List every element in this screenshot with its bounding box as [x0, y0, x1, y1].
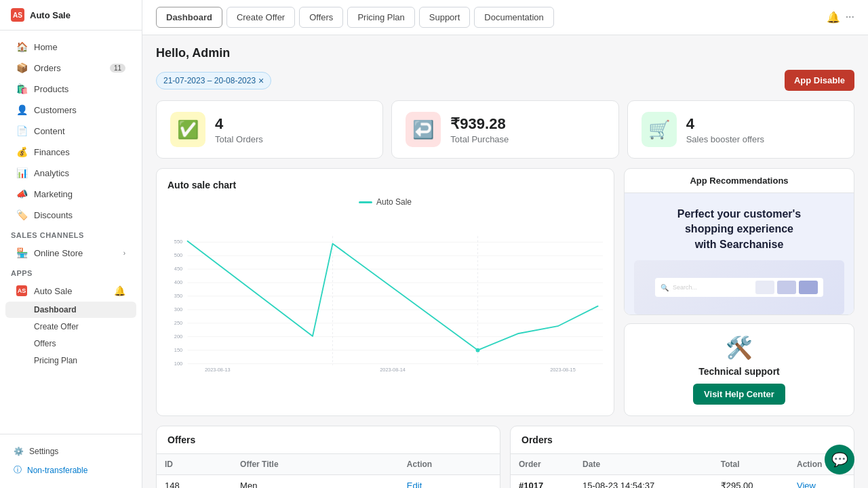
sidebar-item-home[interactable]: 🏠Home [5, 37, 136, 57]
stat-value: 4 [686, 115, 764, 133]
edit-button[interactable]: Edit [407, 481, 422, 488]
sales-channels-title: Sales channels [0, 226, 142, 242]
date-chip-close[interactable]: × [258, 75, 264, 86]
tab-documentation[interactable]: Documentation [474, 7, 553, 28]
stat-value: 4 [215, 115, 263, 133]
svg-text:2023-08-14: 2023-08-14 [380, 367, 406, 373]
nav-icon: 💰 [16, 146, 27, 157]
stat-card-1: ↩️ ₹939.28 Total Purchase [391, 100, 618, 159]
chart-card: Auto sale chart Auto Sale 550 500 450 40… [156, 168, 614, 416]
date-chip[interactable]: 21-07-2023 – 20-08-2023 × [156, 72, 271, 89]
svg-text:2023-08-15: 2023-08-15 [550, 367, 576, 373]
sidebar-item-settings[interactable]: ⚙️ Settings [8, 443, 134, 460]
store-icon: 🏪 [16, 247, 27, 258]
stat-icon: 🛒 [642, 112, 677, 147]
stat-card-2: 🛒 4 Sales booster offers [627, 100, 854, 159]
sidebar-item-analytics[interactable]: 📊Analytics [5, 163, 136, 183]
svg-text:100: 100 [174, 361, 182, 367]
page-header: Hello, Admin [156, 46, 854, 60]
offers-table-title: Offers [157, 426, 500, 454]
tab-pricing-plan[interactable]: Pricing Plan [347, 7, 414, 28]
stat-label: Sales booster offers [686, 134, 764, 144]
searchanise-image: 🔍 Search... [634, 260, 844, 314]
tech-support-title: Technical support [635, 366, 843, 377]
nav-icon: 📊 [16, 167, 27, 178]
sidebar-sub-create-offer[interactable]: Create Offer [5, 319, 136, 335]
sidebar-footer: ⚙️ Settings ⓘ Non-transferable [0, 434, 142, 488]
sidebar-item-discounts[interactable]: 🏷️Discounts [5, 205, 136, 225]
tab-create-offer[interactable]: Create Offer [226, 7, 295, 28]
bell-icon[interactable]: 🔔 [827, 11, 840, 24]
orders-table-card: Orders Order Date Total Action #1017 15-… [510, 426, 854, 488]
topbar-icons: 🔔 ··· [827, 11, 854, 24]
col-order: Order [511, 454, 574, 475]
right-column: App Recommendations Perfect your custome… [624, 168, 854, 416]
orders-table-title: Orders [511, 426, 854, 454]
more-icon[interactable]: ··· [846, 11, 854, 24]
nav-icon: 📦 [16, 62, 27, 73]
sidebar-item-orders[interactable]: 📦Orders11 [5, 58, 136, 78]
view-button[interactable]: View [797, 481, 816, 488]
stat-label: Total Purchase [450, 134, 509, 144]
sidebar-item-customers[interactable]: 👤Customers [5, 100, 136, 120]
col-offer-title: Offer Title [232, 454, 399, 475]
date-range-text: 21-07-2023 – 20-08-2023 [163, 76, 256, 85]
app-logo-text: Auto Sale [30, 10, 71, 20]
sidebar-nav: 🏠Home📦Orders11🛍️Products👤Customers📄Conte… [0, 30, 142, 434]
orders-table: Order Date Total Action #1017 15-08-23 1… [511, 454, 854, 488]
svg-text:400: 400 [174, 279, 182, 285]
tab-dashboard[interactable]: Dashboard [156, 7, 222, 28]
svg-text:500: 500 [174, 252, 182, 258]
sidebar-sub-dashboard[interactable]: Dashboard [5, 302, 136, 318]
sidebar-item-autosale[interactable]: AS Auto Sale 🔔 [5, 281, 136, 301]
tech-support-icon: 🛠️ [635, 335, 843, 361]
legend-color [359, 201, 372, 203]
sidebar-item-content[interactable]: 📄Content [5, 121, 136, 141]
sidebar-item-online-store[interactable]: 🏪 Online Store › [5, 243, 136, 263]
sidebar-item-marketing[interactable]: 📣Marketing [5, 184, 136, 204]
stat-card-0: ✅ 4 Total Orders [156, 100, 383, 159]
searchanise-heading: Perfect your customer'sshopping experien… [634, 207, 844, 252]
tech-support-card: 🛠️ Technical support Visit Help Center [624, 323, 854, 416]
order-total: ₹295.00 [713, 475, 789, 488]
settings-icon: ⚙️ [14, 447, 24, 456]
sidebar-sub-pricing-plan[interactable]: Pricing Plan [5, 352, 136, 369]
chart-legend: Auto Sale [167, 197, 603, 207]
app-disable-button[interactable]: App Disable [785, 70, 854, 91]
svg-text:200: 200 [174, 333, 182, 340]
svg-text:550: 550 [174, 239, 182, 245]
sidebar-item-non-transferable[interactable]: ⓘ Non-transferable [8, 460, 134, 480]
info-icon: ⓘ [14, 464, 22, 476]
notification-icon: 🔔 [114, 285, 125, 296]
searchanise-banner: Perfect your customer'sshopping experien… [625, 193, 854, 314]
sidebar-sub-offers[interactable]: Offers [5, 336, 136, 352]
sidebar-item-finances[interactable]: 💰Finances [5, 142, 136, 162]
stat-value: ₹939.28 [450, 115, 509, 133]
svg-text:250: 250 [174, 320, 182, 326]
app-logo-icon: AS [11, 8, 24, 22]
tab-support[interactable]: Support [419, 7, 471, 28]
col-id: ID [157, 454, 232, 475]
nav-icon: 📣 [16, 188, 27, 199]
svg-text:2023-08-13: 2023-08-13 [205, 367, 231, 373]
offers-table-card: Offers ID Offer Title Action 148 Men Edi… [156, 426, 500, 488]
app-recs-title: App Recommendations [625, 169, 854, 193]
svg-text:150: 150 [174, 347, 182, 353]
float-chat-button[interactable]: 💬 [825, 445, 854, 474]
visit-help-center-button[interactable]: Visit Help Center [693, 384, 785, 405]
badge: 11 [110, 64, 125, 73]
bottom-grid: Offers ID Offer Title Action 148 Men Edi… [156, 426, 854, 488]
sidebar-item-products[interactable]: 🛍️Products [5, 79, 136, 99]
nav-icon: 🏠 [16, 41, 27, 52]
stat-label: Total Orders [215, 134, 263, 144]
chart-svg: 550 500 450 400 350 300 250 200 150 100 [167, 212, 603, 395]
stat-icon: ✅ [170, 112, 205, 147]
tab-offers[interactable]: Offers [299, 7, 343, 28]
offer-id: 148 [157, 475, 232, 488]
date-filter: 21-07-2023 – 20-08-2023 × [156, 72, 271, 89]
nav-icon: 🛍️ [16, 83, 27, 94]
sidebar: AS Auto Sale 🏠Home📦Orders11🛍️Products👤Cu… [0, 0, 142, 488]
nav-icon: 📄 [16, 125, 27, 136]
sidebar-logo: AS Auto Sale [0, 0, 142, 30]
expand-icon: › [123, 249, 125, 257]
